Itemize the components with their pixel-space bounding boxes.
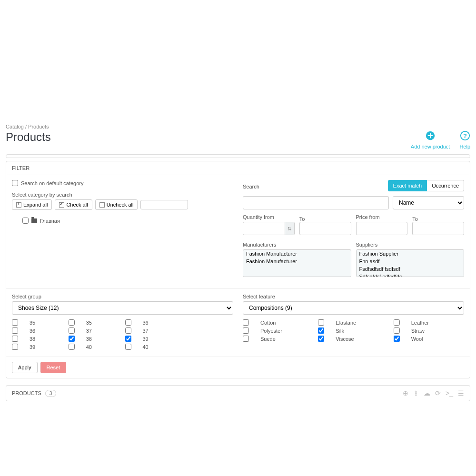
feature-checkbox[interactable] xyxy=(243,336,249,342)
help-circle-icon: ? xyxy=(460,130,470,143)
size-checkbox[interactable] xyxy=(125,327,131,334)
size-checkbox[interactable] xyxy=(12,319,18,326)
search-label: Search xyxy=(243,184,384,189)
tree-root-checkbox[interactable] xyxy=(22,218,29,224)
feature-cell: Elastane xyxy=(318,319,388,326)
group-select[interactable]: Shoes Size (12) xyxy=(12,301,233,315)
size-checkbox[interactable] xyxy=(12,327,18,334)
manufacturers-label: Manufacturers xyxy=(243,242,351,248)
search-field-select[interactable]: Name xyxy=(393,196,464,209)
feature-cell: Leather xyxy=(394,319,464,326)
suppliers-label: Suppliers xyxy=(356,242,465,248)
price-to-label: To xyxy=(412,216,464,222)
products-panel: PRODUCTS 3 ⊕ ⇪ ☁ ⟳ >_ ☰ xyxy=(6,385,470,401)
add-label: Add new product xyxy=(411,144,450,149)
plus-box-icon xyxy=(16,202,21,208)
size-cell: 36 xyxy=(12,327,64,334)
refresh-icon[interactable]: ⟳ xyxy=(435,389,441,397)
help-button[interactable]: ? Help xyxy=(459,130,470,149)
feature-cell: Straw xyxy=(394,327,464,334)
list-icon[interactable]: ☰ xyxy=(458,389,464,397)
plus-circle-icon xyxy=(425,130,436,143)
match-toggle[interactable]: Exact match Occurrence xyxy=(388,180,464,191)
size-cell: 37 xyxy=(69,327,120,334)
expand-all-button[interactable]: Expand all xyxy=(12,199,52,210)
breadcrumb-products[interactable]: Products xyxy=(28,124,49,129)
feature-checkbox[interactable] xyxy=(243,319,249,326)
price-to-input[interactable] xyxy=(412,222,464,235)
feature-checkbox[interactable] xyxy=(394,327,400,334)
supplier-option[interactable]: Fashion Supplier xyxy=(357,250,464,258)
page-title: Products xyxy=(6,130,51,144)
apply-button[interactable]: Apply xyxy=(12,362,38,373)
qty-to-input[interactable] xyxy=(299,222,351,235)
svg-text:?: ? xyxy=(463,132,467,139)
export-icon[interactable]: ⇪ xyxy=(413,389,419,397)
plus-icon[interactable]: ⊕ xyxy=(403,389,408,397)
size-cell: 38 xyxy=(69,336,120,342)
size-cell xyxy=(181,327,233,334)
filter-panel: FILTER Search on default category Select… xyxy=(6,161,470,378)
feature-checkbox[interactable] xyxy=(318,319,324,326)
occurrence-button[interactable]: Occurrence xyxy=(427,180,464,191)
products-count-badge: 3 xyxy=(45,390,57,397)
supplier-option[interactable]: Fhn asdf xyxy=(357,258,464,265)
search-default-category-checkbox[interactable] xyxy=(12,180,18,186)
size-checkbox[interactable] xyxy=(12,344,18,350)
feature-cell: Viscose xyxy=(318,336,388,342)
feature-cell: Silk xyxy=(318,327,388,334)
feature-checkbox[interactable] xyxy=(318,336,324,342)
size-checkbox[interactable] xyxy=(69,336,75,342)
check-all-button[interactable]: Check all xyxy=(55,199,92,210)
size-cell xyxy=(181,344,233,350)
suppliers-select[interactable]: Fashion SupplierFhn asdfFsdfsdfsdf fsdfs… xyxy=(356,249,465,277)
feature-checkbox[interactable] xyxy=(243,327,249,334)
size-checkbox[interactable] xyxy=(12,336,18,342)
feature-cell: Polyester xyxy=(243,327,313,334)
breadcrumb-catalog[interactable]: Catalog xyxy=(6,124,24,129)
feature-checkbox[interactable] xyxy=(394,336,400,342)
select-category-label: Select category by search xyxy=(12,192,233,198)
feature-cell: Cotton xyxy=(243,319,313,326)
size-cell: 35 xyxy=(69,319,120,326)
size-checkbox[interactable] xyxy=(125,319,131,326)
help-label: Help xyxy=(459,144,470,149)
size-checkbox[interactable] xyxy=(69,327,75,334)
manufacturer-option[interactable]: Fashion Manufacturer xyxy=(243,258,351,265)
manufacturers-select[interactable]: Fashion ManufacturerFashion Manufacturer xyxy=(243,249,351,277)
price-from-input[interactable] xyxy=(356,222,408,235)
feature-cell: Suede xyxy=(243,336,313,342)
size-cell: 39 xyxy=(125,336,177,342)
search-input[interactable] xyxy=(243,196,389,209)
size-cell: 38 xyxy=(12,336,64,342)
feature-checkbox[interactable] xyxy=(394,319,400,326)
tree-root-item[interactable]: Главная xyxy=(12,215,233,227)
breadcrumb: Catalog / Products xyxy=(6,124,470,129)
feature-select[interactable]: Compositions (9) xyxy=(243,301,464,315)
size-checkbox[interactable] xyxy=(125,344,131,350)
supplier-option[interactable]: Fsdfsdfsdf fsdfsdf xyxy=(357,265,464,273)
terminal-icon[interactable]: >_ xyxy=(446,389,453,397)
manufacturer-option[interactable]: Fashion Manufacturer xyxy=(243,250,351,258)
filter-heading: FILTER xyxy=(6,161,470,175)
search-default-label: Search on default category xyxy=(21,180,83,186)
tree-root-label: Главная xyxy=(40,218,60,224)
size-cell xyxy=(181,319,233,326)
qty-to-label: To xyxy=(299,216,351,222)
add-new-product-button[interactable]: Add new product xyxy=(411,130,450,149)
feature-checkbox[interactable] xyxy=(318,327,324,334)
exact-match-button[interactable]: Exact match xyxy=(388,180,427,191)
check-box-icon xyxy=(59,202,64,208)
size-checkbox[interactable] xyxy=(125,336,131,342)
size-checkbox[interactable] xyxy=(69,344,75,350)
uncheck-all-button[interactable]: Uncheck all xyxy=(95,199,138,210)
cloud-icon[interactable]: ☁ xyxy=(424,389,430,397)
stepper-icon[interactable]: ⇅ xyxy=(285,222,294,235)
supplier-option[interactable]: Sdfsdfdsf sdfsdfds xyxy=(357,273,464,277)
category-search-input[interactable] xyxy=(140,200,188,209)
reset-button[interactable]: Reset xyxy=(40,362,67,373)
feature-cell: Wool xyxy=(394,336,464,342)
size-checkbox[interactable] xyxy=(69,319,75,326)
select-feature-label: Select feature xyxy=(243,294,464,299)
size-cell: 36 xyxy=(125,319,177,326)
